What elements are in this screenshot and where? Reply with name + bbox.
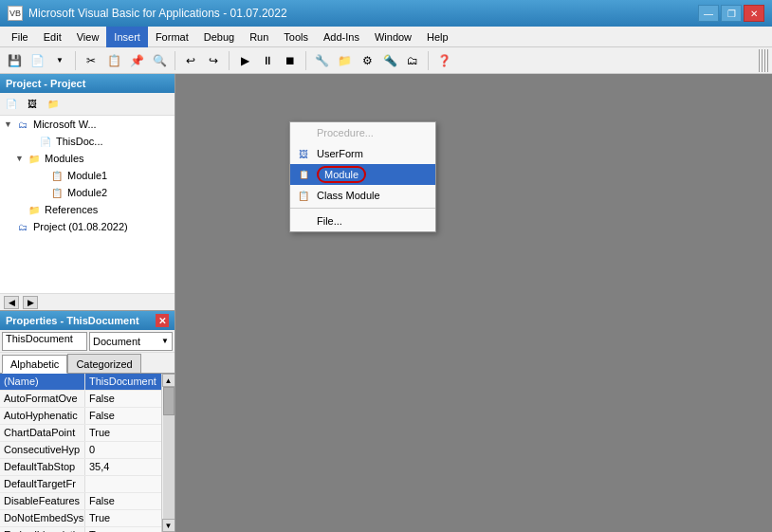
insert-menu-separator (290, 208, 435, 209)
tree-item-module2[interactable]: 📋 Module2 (0, 184, 175, 201)
tree-scroll-right[interactable]: ▶ (23, 296, 38, 309)
menu-view[interactable]: View (69, 27, 107, 47)
project-panel-toolbar: 📄 🖼 📁 (0, 93, 175, 116)
props-row-name[interactable]: (Name) ThisDocument (0, 374, 161, 391)
toolbar-paste-btn[interactable]: 📌 (126, 50, 147, 71)
toolbar-help-btn[interactable]: ❓ (433, 50, 454, 71)
props-row-consecutive[interactable]: ConsecutiveHyp 0 (0, 442, 161, 459)
tab-alphabetic[interactable]: Alphabetic (2, 355, 67, 374)
props-key-embedling: EmbedLinguistic (0, 527, 85, 532)
tree-item-module1[interactable]: 📋 Module1 (0, 167, 175, 184)
toolbar-sep1 (75, 51, 76, 70)
toolbar-obj-btn[interactable]: 🗂 (402, 50, 423, 71)
props-row-dontembed[interactable]: DoNotEmbedSys True (0, 510, 161, 527)
tree-item-thisdoc[interactable]: 📄 ThisDoc... (0, 133, 175, 150)
project-title-text: Project - Project (6, 78, 85, 89)
properties-rows: (Name) ThisDocument AutoFormatOve False … (0, 374, 161, 532)
project-panel-title: Project - Project (0, 74, 175, 93)
tree-icon-thisdoc: 📄 (38, 134, 53, 149)
props-val-name: ThisDocument (85, 374, 161, 390)
scrollbar-thumb[interactable] (163, 387, 175, 415)
userform-icon: 🖼 (296, 146, 311, 161)
tree-label-module1: Module1 (67, 170, 107, 181)
insert-menu-file[interactable]: File... (290, 211, 435, 231)
properties-object-name[interactable]: ThisDocument (2, 332, 87, 351)
close-button[interactable]: ✕ (744, 5, 764, 22)
menu-debug[interactable]: Debug (196, 27, 242, 47)
toolbar-run-btn[interactable]: ▶ (234, 50, 255, 71)
tab-categorized[interactable]: Categorized (67, 354, 140, 373)
props-row-chartdata[interactable]: ChartDataPoint True (0, 425, 161, 442)
scrollbar-up-btn[interactable]: ▲ (162, 374, 175, 387)
menu-addins[interactable]: Add-Ins (316, 27, 367, 47)
props-row-embedling[interactable]: EmbedLinguistic True (0, 527, 161, 532)
menu-bar: File Edit View Insert Format Debug Run T… (0, 27, 772, 47)
project-panel: Project - Project 📄 🖼 📁 ▼ 🗂 Microsoft W.… (0, 74, 175, 311)
props-val-autoformat: False (85, 391, 161, 407)
menu-tools[interactable]: Tools (276, 27, 316, 47)
toolbar-find2-btn[interactable]: 🔦 (379, 50, 400, 71)
app-icon: VB (8, 6, 23, 21)
props-row-disablefeature[interactable]: DisableFeatures False (0, 493, 161, 510)
properties-title-text: Properties - ThisDocument (6, 315, 139, 326)
props-row-defaulttab[interactable]: DefaultTabStop 35,4 (0, 459, 161, 476)
properties-type-dropdown-arrow[interactable]: ▼ (161, 337, 169, 345)
properties-close-button[interactable]: ✕ (156, 314, 169, 327)
toolbar-proj-btn[interactable]: 📁 (334, 50, 355, 71)
menu-help[interactable]: Help (419, 27, 456, 47)
toolbar-design-btn[interactable]: 🔧 (311, 50, 332, 71)
project-toggle-folders-btn[interactable]: 📁 (44, 95, 63, 114)
tree-icon-msword: 🗂 (15, 117, 30, 132)
tree-item-references[interactable]: 📁 References (0, 201, 175, 218)
tree-item-msword[interactable]: ▼ 🗂 Microsoft W... (0, 116, 175, 133)
restore-button[interactable]: ❐ (721, 5, 742, 22)
menu-insert[interactable]: Insert (106, 27, 148, 47)
properties-scrollbar[interactable]: ▲ ▼ (161, 374, 175, 532)
toolbar-new-btn[interactable]: 💾 (4, 50, 25, 71)
project-view-obj-btn[interactable]: 🖼 (23, 95, 42, 114)
project-view-code-btn[interactable]: 📄 (2, 95, 21, 114)
props-key-defaulttab: DefaultTabStop (0, 459, 85, 475)
main-layout: Project - Project 📄 🖼 📁 ▼ 🗂 Microsoft W.… (0, 74, 772, 532)
properties-object-type[interactable]: Document ▼ (89, 332, 173, 351)
toolbar-redo-btn[interactable]: ↪ (203, 50, 224, 71)
menu-format[interactable]: Format (148, 27, 196, 47)
tree-item-modules[interactable]: ▼ 📁 Modules (0, 150, 175, 167)
toolbar-cut-btn[interactable]: ✂ (81, 50, 101, 71)
tree-arrow-msword: ▼ (4, 119, 15, 129)
toolbar-copy-btn[interactable]: 📋 (103, 50, 124, 71)
tree-label-project2: Project (01.08.2022) (33, 221, 128, 232)
props-row-defaulttarget[interactable]: DefaultTargetFr (0, 476, 161, 493)
toolbar-undo-btn[interactable]: ↩ (180, 50, 201, 71)
classmodule-icon: 📋 (296, 188, 311, 203)
title-text: Microsoft Visual Basic for Applications … (28, 7, 287, 20)
tree-item-project2[interactable]: 🗂 Project (01.08.2022) (0, 218, 175, 235)
tree-label-module2: Module2 (67, 187, 107, 198)
props-row-autoformat[interactable]: AutoFormatOve False (0, 391, 161, 408)
main-area: Procedure... 🖼 UserForm 📋 Module 📋 Class… (175, 74, 772, 532)
menu-window[interactable]: Window (367, 27, 419, 47)
insert-menu-procedure[interactable]: Procedure... (290, 122, 435, 143)
insert-menu-module[interactable]: 📋 Module (290, 164, 435, 185)
toolbar-find-btn[interactable]: 🔍 (149, 50, 170, 71)
toolbar-stop-btn[interactable]: ⏹ (280, 50, 301, 71)
insert-menu-classmodule[interactable]: 📋 Class Module (290, 185, 435, 206)
props-val-embedling: True (85, 527, 161, 532)
insert-menu-userform[interactable]: 🖼 UserForm (290, 143, 435, 164)
menu-edit[interactable]: Edit (36, 27, 69, 47)
minimize-button[interactable]: — (698, 5, 719, 22)
props-row-autohyphen[interactable]: AutoHyphenatic False (0, 408, 161, 425)
toolbar-sep4 (305, 51, 306, 70)
toolbar-insert-btn[interactable]: 📄 (27, 50, 47, 71)
scrollbar-down-btn[interactable]: ▼ (162, 519, 175, 532)
menu-file[interactable]: File (4, 27, 36, 47)
toolbar-sep2 (175, 51, 175, 70)
menu-run[interactable]: Run (242, 27, 276, 47)
toolbar-resize-handle[interactable] (759, 49, 768, 72)
toolbar-props-btn[interactable]: ⚙ (357, 50, 377, 71)
scrollbar-track[interactable] (163, 387, 175, 519)
toolbar-pause-btn[interactable]: ⏸ (257, 50, 278, 71)
toolbar-drop-btn[interactable]: ▼ (49, 50, 70, 71)
props-key-defaulttarget: DefaultTargetFr (0, 476, 85, 492)
tree-scroll-left[interactable]: ◀ (4, 296, 19, 309)
